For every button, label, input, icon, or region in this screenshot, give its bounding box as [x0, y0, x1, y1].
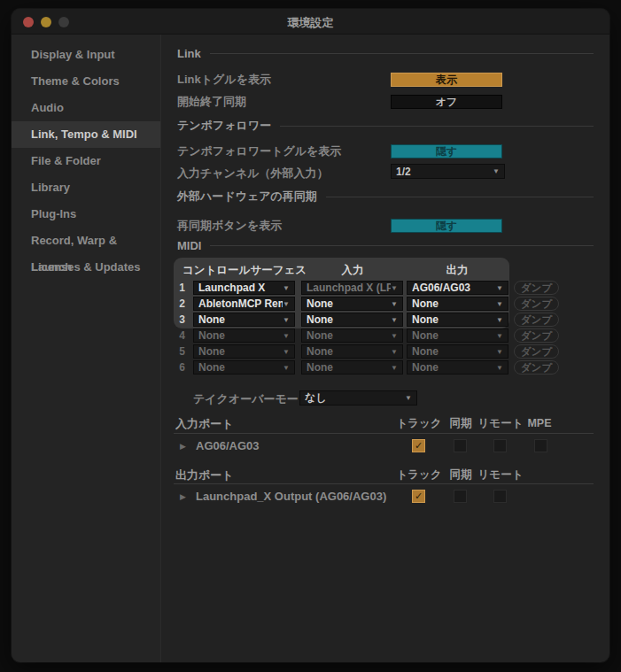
input-dropdown-4[interactable]: None▼ [301, 328, 403, 343]
dropdown-value: None [198, 313, 283, 326]
dropdown-value: Launchpad X (LP) [307, 282, 391, 294]
surface-dropdown-3[interactable]: None▼ [193, 313, 295, 327]
link-toggle-label: Linkトグルを表示 [177, 73, 271, 87]
track-checkbox[interactable]: ✓ [412, 490, 425, 503]
dropdown-value: None [307, 345, 391, 358]
sidebar-item-theme-colors[interactable]: Theme & Colors [12, 68, 160, 95]
divider [174, 483, 594, 484]
sidebar-item-link-tempo-midi[interactable]: Link, Tempo & MIDI [12, 121, 160, 148]
expand-triangle-icon[interactable]: ▶ [180, 439, 186, 453]
output-dropdown-5[interactable]: None▼ [407, 344, 508, 359]
sidebar-item-record-warp-launch[interactable]: Record, Warp & Launch [12, 228, 160, 254]
column-header-remote: リモート [478, 468, 524, 482]
titlebar: 環境設定 [12, 9, 609, 35]
output-dropdown-1[interactable]: AG06/AG03▼ [407, 281, 508, 295]
sidebar-item-display-input[interactable]: Display & Input [12, 42, 160, 68]
column-header-remote: リモート [478, 417, 524, 430]
midi-row-3: 3 None▼ None▼ None▼ ダンプ [12, 313, 609, 327]
column-header-sync: 同期 [450, 417, 472, 430]
row-number: 5 [169, 344, 185, 359]
input-channel-label: 入力チャンネル（外部入力） [177, 166, 329, 181]
sidebar-item-audio[interactable]: Audio [12, 95, 160, 121]
input-dropdown-3[interactable]: None▼ [301, 313, 403, 327]
dump-button-6[interactable]: ダンプ [514, 360, 559, 375]
midi-row-5: 5 None▼ None▼ None▼ ダンプ [12, 344, 609, 359]
preferences-window: 環境設定 Display & Input Theme & Colors Audi… [12, 9, 609, 662]
input-dropdown-2[interactable]: None▼ [301, 297, 403, 311]
dump-button-5[interactable]: ダンプ [514, 344, 559, 359]
section-title: 外部ハードウェアの再同期 [177, 189, 317, 205]
output-dropdown-3[interactable]: None▼ [407, 313, 508, 327]
chevron-down-icon: ▼ [405, 394, 412, 402]
tempo-follower-toggle-label: テンポフォロワートグルを表示 [177, 144, 341, 158]
input-dropdown-6[interactable]: None▼ [301, 360, 403, 375]
section-title: テンポフォロワー [177, 118, 271, 134]
sidebar-item-library[interactable]: Library [12, 174, 160, 201]
input-dropdown-5[interactable]: None▼ [301, 344, 403, 359]
dump-button-2[interactable]: ダンプ [514, 297, 559, 311]
remote-checkbox[interactable] [493, 490, 507, 503]
chevron-down-icon: ▼ [283, 348, 290, 356]
takeover-mode-label: テイクオーバーモード [193, 392, 310, 406]
divider [210, 53, 594, 54]
sidebar-item-plug-ins[interactable]: Plug-Ins [12, 201, 160, 228]
divider [210, 245, 594, 246]
dropdown-value: 1/2 [396, 166, 493, 178]
expand-triangle-icon[interactable]: ▶ [180, 490, 186, 504]
divider [280, 126, 594, 127]
chevron-down-icon: ▼ [496, 332, 503, 340]
divider [174, 433, 594, 434]
input-channel-dropdown[interactable]: 1/2 ▼ [391, 164, 505, 179]
dropdown-value: AbletonMCP Rem [198, 297, 283, 310]
chevron-down-icon: ▼ [283, 300, 290, 308]
output-dropdown-2[interactable]: None▼ [407, 297, 508, 311]
section-title: Link [177, 47, 201, 60]
mpe-checkbox[interactable] [534, 439, 547, 452]
output-dropdown-4[interactable]: None▼ [407, 328, 508, 343]
output-dropdown-6[interactable]: None▼ [407, 360, 508, 375]
dump-button-4[interactable]: ダンプ [514, 328, 559, 343]
chevron-down-icon: ▼ [283, 316, 290, 324]
column-header-track: トラック [396, 468, 441, 482]
chevron-down-icon: ▼ [391, 316, 398, 324]
dropdown-value: None [307, 313, 391, 326]
row-number: 2 [169, 297, 185, 311]
chevron-down-icon: ▼ [391, 348, 398, 356]
resync-toggle-button[interactable]: 隠す [391, 219, 502, 233]
surface-dropdown-5[interactable]: None▼ [193, 344, 295, 359]
row-number: 1 [169, 281, 185, 295]
dropdown-value: None [412, 361, 496, 374]
column-header-control-surface: コントロールサーフェス [182, 263, 307, 278]
start-stop-sync-button[interactable]: オフ [391, 95, 502, 109]
track-checkbox[interactable]: ✓ [412, 439, 425, 452]
row-number: 3 [169, 313, 185, 327]
chevron-down-icon: ▼ [391, 284, 398, 292]
chevron-down-icon: ▼ [493, 167, 500, 175]
dump-button-3[interactable]: ダンプ [514, 313, 559, 327]
column-header-output: 出力 [446, 263, 469, 278]
dropdown-value: None [198, 345, 283, 358]
dropdown-value: None [412, 329, 496, 342]
surface-dropdown-2[interactable]: AbletonMCP Rem▼ [193, 297, 295, 311]
takeover-mode-dropdown[interactable]: なし ▼ [299, 390, 417, 406]
chevron-down-icon: ▼ [283, 284, 290, 292]
midi-row-2: 2 AbletonMCP Rem▼ None▼ None▼ ダンプ [12, 297, 609, 311]
input-dropdown-1[interactable]: Launchpad X (LP)▼ [301, 281, 403, 295]
section-header-link: Link [177, 46, 594, 60]
sync-checkbox[interactable] [454, 490, 467, 503]
input-ports-title: 入力ポート [175, 417, 234, 430]
link-toggle-button[interactable]: 表示 [391, 73, 502, 87]
chevron-down-icon: ▼ [496, 364, 503, 372]
tempo-follower-toggle-button[interactable]: 隠す [391, 144, 502, 158]
dump-button-1[interactable]: ダンプ [514, 281, 559, 295]
sync-checkbox[interactable] [454, 439, 467, 452]
dropdown-value: None [307, 361, 391, 374]
sidebar-item-licenses-updates[interactable]: Licenses & Updates [12, 254, 160, 281]
surface-dropdown-4[interactable]: None▼ [193, 328, 295, 343]
sidebar-item-file-folder[interactable]: File & Folder [12, 148, 160, 174]
surface-dropdown-6[interactable]: None▼ [193, 360, 295, 375]
remote-checkbox[interactable] [493, 439, 507, 452]
output-ports-title: 出力ポート [175, 468, 234, 482]
surface-dropdown-1[interactable]: Launchpad X▼ [193, 281, 295, 295]
chevron-down-icon: ▼ [391, 364, 398, 372]
